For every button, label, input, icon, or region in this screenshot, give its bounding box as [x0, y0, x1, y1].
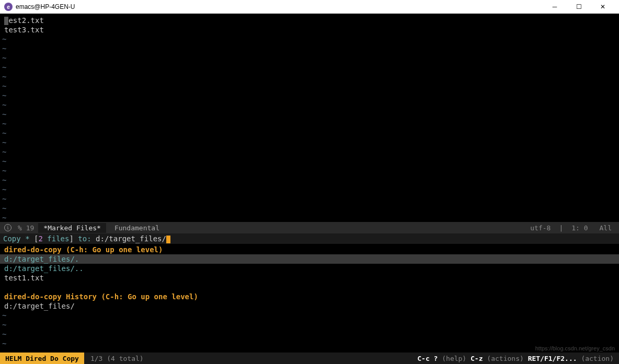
helm-count: 1/3 (4 total) — [84, 355, 144, 362]
minibuffer-prompt: Copy * — [3, 234, 34, 243]
mode-scroll: All — [597, 224, 615, 232]
helm-candidate[interactable]: d:/target_files/ — [0, 301, 619, 311]
emacs-icon: e — [4, 3, 13, 11]
empty-line-marker: ~ — [0, 63, 619, 72]
empty-line-marker: ~ — [0, 213, 619, 222]
mode-percent: % 19 — [18, 224, 34, 232]
mode-buffer-name[interactable]: *Marked Files* — [38, 223, 106, 233]
empty-line-marker: ~ — [0, 110, 619, 119]
editor-buffer[interactable]: test2.txt test3.txt ~ ~ ~ ~ ~ ~ ~ ~ ~ ~ … — [0, 14, 619, 222]
empty-line-marker: ~ — [0, 311, 619, 320]
empty-line-marker: ~ — [0, 320, 619, 330]
window-controls: ─ ☐ ✕ — [543, 0, 615, 14]
window-titlebar: e emacs@HP-4GEN-U ─ ☐ ✕ — [0, 0, 619, 14]
helm-title: HELM Dired Do Copy — [0, 353, 84, 364]
empty-line-marker: ~ — [0, 185, 619, 194]
empty-line-marker: ~ — [0, 81, 619, 91]
empty-line-marker: ~ — [0, 128, 619, 138]
helm-source-header: dired-do-copy History (C-h: Go up one le… — [0, 292, 619, 301]
minibuffer-input[interactable]: d:/target_files/ — [96, 234, 166, 243]
blank-line — [0, 283, 619, 292]
empty-line-marker: ~ — [0, 194, 619, 204]
watermark: https://blog.csdn.net/grey_csdn — [535, 345, 615, 351]
helm-candidate[interactable]: test1.txt — [0, 273, 619, 283]
empty-line-marker: ~ — [0, 119, 619, 128]
empty-line-marker: ~ — [0, 34, 619, 44]
empty-line-marker: ~ — [0, 339, 619, 348]
helm-source-header: dired-do-copy (C-h: Go up one level) — [0, 245, 619, 254]
empty-line-marker: ~ — [0, 53, 619, 63]
buffer-line: test2.txt — [0, 16, 619, 25]
mode-major-mode[interactable]: Fundamental — [109, 223, 165, 233]
mode-indicator-icon: i — [4, 224, 12, 231]
helm-buffer[interactable]: dired-do-copy (C-h: Go up one level) d:/… — [0, 244, 619, 353]
window-title: emacs@HP-4GEN-U — [16, 3, 543, 10]
helm-mode-line: HELM Dired Do Copy 1/3 (4 total) C-c ? (… — [0, 353, 619, 364]
empty-line-marker: ~ — [0, 138, 619, 147]
helm-help-text: C-c ? (help) C-z (actions) RET/F1/F2... … — [417, 355, 619, 362]
mode-encoding: utf-8 — [527, 224, 554, 232]
mode-line: i % 19 *Marked Files* Fundamental utf-8 … — [0, 222, 619, 233]
minimize-button[interactable]: ─ — [543, 0, 567, 14]
buffer-line: test3.txt — [0, 25, 619, 34]
minibuffer[interactable]: Copy * [2 files] to: d:/target_files/ — [0, 233, 619, 244]
text-cursor — [4, 17, 8, 25]
empty-line-marker: ~ — [0, 91, 619, 100]
helm-candidate[interactable]: d:/target_files/.. — [0, 264, 619, 273]
minibuffer-cursor — [166, 236, 170, 243]
empty-line-marker: ~ — [0, 44, 619, 53]
helm-candidate-selected[interactable]: d:/target_files/. — [0, 254, 619, 264]
mode-position: 1: 0 — [568, 224, 591, 232]
empty-line-marker: ~ — [0, 100, 619, 110]
close-button[interactable]: ✕ — [591, 0, 615, 14]
empty-line-marker: ~ — [0, 157, 619, 166]
empty-line-marker: ~ — [0, 166, 619, 175]
empty-line-marker: ~ — [0, 72, 619, 81]
empty-line-marker: ~ — [0, 330, 619, 339]
maximize-button[interactable]: ☐ — [567, 0, 591, 14]
empty-line-marker: ~ — [0, 204, 619, 213]
empty-line-marker: ~ — [0, 175, 619, 185]
empty-line-marker: ~ — [0, 147, 619, 157]
